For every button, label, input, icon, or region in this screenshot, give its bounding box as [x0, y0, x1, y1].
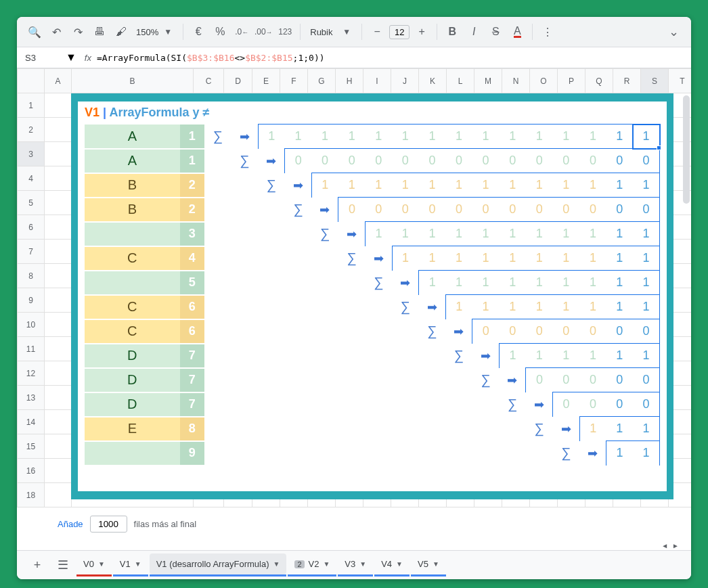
currency-icon[interactable]: € [189, 22, 208, 41]
zoom-level[interactable]: 150% [133, 27, 161, 37]
cell[interactable] [45, 240, 72, 264]
sheet-tab[interactable]: V0▼ [76, 553, 112, 574]
percent-icon[interactable]: % [211, 22, 229, 41]
row-header[interactable]: 6 [18, 215, 45, 240]
add-rows-input[interactable] [90, 516, 127, 533]
cell[interactable] [45, 386, 72, 410]
column-header[interactable]: C [194, 69, 224, 93]
chevron-down-icon[interactable]: ▼ [135, 560, 141, 568]
vertical-scrollbar[interactable] [683, 95, 690, 480]
column-header[interactable]: L [447, 69, 474, 93]
column-header[interactable]: E [252, 69, 280, 93]
column-header[interactable]: S [641, 69, 669, 93]
chevron-down-icon[interactable]: ▼ [66, 51, 76, 64]
row-header[interactable]: 9 [18, 288, 45, 313]
cell[interactable] [45, 288, 72, 313]
cell[interactable] [45, 118, 72, 142]
bold-button[interactable]: B [443, 22, 462, 41]
cell[interactable] [45, 483, 72, 507]
column-header[interactable]: Q [585, 69, 613, 93]
row-header[interactable]: 8 [18, 264, 45, 288]
font-size-input[interactable]: 12 [389, 25, 410, 39]
chevron-down-icon[interactable]: ▼ [164, 27, 177, 37]
column-header[interactable]: B [72, 69, 194, 93]
chevron-down-icon[interactable]: ▼ [323, 560, 330, 568]
cell-name-box[interactable]: S3 [25, 53, 66, 63]
chevron-down-icon[interactable]: ▼ [396, 560, 403, 568]
cell[interactable] [45, 434, 72, 459]
column-header[interactable]: K [419, 69, 447, 93]
sheet-tab[interactable]: V1 (desarrollo ArrayFormula)▼ [150, 553, 287, 574]
search-icon[interactable]: 🔍 [25, 22, 44, 41]
cell[interactable] [45, 361, 72, 386]
row-header[interactable]: 16 [18, 459, 45, 483]
all-sheets-button[interactable]: ☰ [51, 553, 75, 576]
sheet-tab[interactable]: V5▼ [411, 553, 446, 574]
cell[interactable] [45, 313, 72, 337]
add-rows-button[interactable]: Añade [58, 519, 83, 529]
column-header[interactable]: R [613, 69, 641, 93]
cell[interactable] [45, 264, 72, 288]
italic-button[interactable]: I [464, 22, 483, 41]
redo-icon[interactable]: ↷ [68, 22, 87, 41]
formula-input[interactable]: =ArrayFormula(SI($B$3:$B16<>$B$2:$B15;1;… [97, 53, 325, 63]
row-header[interactable]: 13 [18, 386, 45, 410]
cell[interactable] [45, 142, 72, 166]
sheet-tab[interactable]: V3▼ [338, 553, 373, 574]
paint-icon[interactable]: 🖌 [112, 22, 131, 41]
row-header[interactable]: 4 [18, 166, 45, 191]
chevron-down-icon[interactable]: ▼ [273, 560, 280, 568]
row-header[interactable]: 15 [18, 434, 45, 459]
row-header[interactable]: 3 [18, 142, 45, 166]
chevron-down-icon[interactable]: ▼ [433, 560, 439, 568]
sheet-tab[interactable]: 2V2▼ [288, 553, 336, 574]
increase-font-button[interactable]: + [412, 22, 431, 41]
column-header[interactable]: M [474, 69, 502, 93]
cell[interactable] [45, 191, 72, 215]
strike-button[interactable]: S [486, 22, 505, 41]
row-header[interactable]: 7 [18, 240, 45, 264]
row-header[interactable]: 18 [18, 483, 45, 507]
column-header[interactable]: I [363, 69, 391, 93]
cell[interactable] [45, 93, 72, 118]
collapse-icon[interactable]: ⌄ [664, 22, 683, 41]
cell[interactable] [45, 459, 72, 483]
column-header[interactable]: N [502, 69, 530, 93]
row-header[interactable]: 14 [18, 410, 45, 434]
cell[interactable] [45, 215, 72, 240]
column-header[interactable]: O [530, 69, 558, 93]
chevron-down-icon[interactable]: ▼ [359, 560, 366, 568]
font-select[interactable]: Rubik [306, 27, 340, 37]
column-header[interactable]: P [558, 69, 585, 93]
row-header[interactable]: 12 [18, 361, 45, 386]
undo-icon[interactable]: ↶ [47, 22, 66, 41]
dec-plus-icon[interactable]: .00→ [254, 22, 273, 41]
row-header[interactable]: 5 [18, 191, 45, 215]
chevron-down-icon[interactable]: ▼ [98, 560, 105, 568]
number-format-icon[interactable]: 123 [275, 22, 294, 41]
decrease-font-button[interactable]: − [368, 22, 386, 41]
column-header[interactable]: J [391, 69, 419, 93]
print-icon[interactable]: 🖶 [90, 22, 109, 41]
horizontal-scrollbar[interactable]: ◄► [17, 541, 691, 550]
cell[interactable] [45, 166, 72, 191]
more-icon[interactable]: ⋮ [538, 22, 557, 41]
row-header[interactable]: 11 [18, 337, 45, 361]
column-header[interactable]: T [669, 69, 692, 93]
column-header[interactable]: D [224, 69, 252, 93]
column-header[interactable]: F [280, 69, 308, 93]
sheet-tab[interactable]: V4▼ [374, 553, 410, 574]
chevron-down-icon[interactable]: ▼ [342, 27, 356, 37]
cell[interactable] [45, 410, 72, 434]
column-header[interactable]: A [45, 69, 72, 93]
row-header[interactable]: 10 [18, 313, 45, 337]
column-header[interactable]: G [308, 69, 336, 93]
add-sheet-button[interactable]: + [25, 553, 49, 576]
dec-minus-icon[interactable]: .0← [232, 22, 251, 41]
row-header[interactable]: 1 [18, 93, 45, 118]
row-header[interactable]: 2 [18, 118, 45, 142]
column-header[interactable]: H [336, 69, 363, 93]
text-color-button[interactable]: A [508, 22, 527, 41]
sheet-tab[interactable]: V1▼ [113, 553, 148, 574]
cell[interactable] [45, 337, 72, 361]
